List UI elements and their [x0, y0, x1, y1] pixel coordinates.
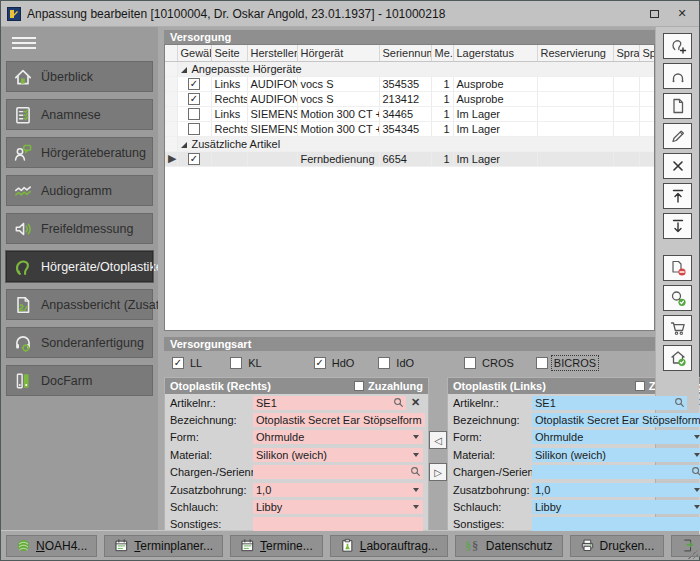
maximize-button[interactable]: [643, 5, 665, 23]
rechts-material-field[interactable]: Silikon (weich): [253, 448, 423, 462]
search-magnifier-icon[interactable]: [410, 466, 421, 479]
table-row[interactable]: ▶ ✓ Fernbedienung 6654 1 Im Lager: [165, 151, 655, 166]
cart-icon: [669, 319, 687, 337]
dropdown-arrow-icon[interactable]: [410, 500, 422, 514]
rechts-chargennr-field[interactable]: [253, 465, 423, 479]
row-selected-checkbox[interactable]: [188, 123, 200, 135]
dropdown-arrow-icon[interactable]: [410, 483, 422, 497]
sidebar-item-ueberblick[interactable]: Überblick: [6, 61, 153, 92]
table-row[interactable]: Rechts SIEMENS Motion 300 CT + 118... 35…: [165, 121, 655, 136]
links-zusatzbohrung-field[interactable]: 1,0: [532, 483, 700, 497]
dropdown-arrow-icon[interactable]: [691, 500, 700, 514]
dropdown-arrow-icon[interactable]: [410, 430, 422, 444]
edit-button[interactable]: [663, 123, 692, 149]
sidebar-item-docfarm[interactable]: DocFarm: [6, 365, 153, 396]
row-selected-checkbox[interactable]: [188, 108, 200, 120]
versorgungsart-kl-checkbox[interactable]: KL: [230, 356, 263, 370]
group-row[interactable]: Zusätzliche Artikel: [165, 136, 655, 151]
laborauftrag-button[interactable]: Laborauftrag...: [330, 535, 448, 557]
sidebar-item-sonderanfertigung[interactable]: Sonderanfertigung: [6, 327, 153, 358]
links-material-field[interactable]: Silikon (weich): [532, 448, 700, 462]
column-header-5[interactable]: Seriennum...: [379, 45, 431, 61]
dropdown-arrow-icon[interactable]: [691, 430, 700, 444]
links-bezeichnung-field[interactable]: Otoplastik Secret Ear Stöpselform: [532, 413, 700, 427]
termine-button[interactable]: Termine...: [230, 535, 323, 557]
sidebar-item-anamnese[interactable]: Anamnese: [6, 99, 153, 130]
search-magnifier-icon[interactable]: [674, 397, 685, 410]
sidebar-item-hoergeraeteberatung[interactable]: Hörgeräteberatung: [6, 137, 153, 168]
checkbox-box: [536, 357, 548, 369]
search-confirm-button[interactable]: [663, 285, 692, 311]
group-row[interactable]: Angepasste Hörgeräte: [165, 61, 655, 76]
close-button[interactable]: ✕: [671, 5, 693, 23]
drucken-button[interactable]: Drucken...: [570, 535, 665, 557]
menu-toggle-button[interactable]: [12, 33, 46, 53]
column-header-10[interactable]: Spra...: [639, 45, 655, 61]
new-document-button[interactable]: [663, 93, 692, 119]
column-header-6[interactable]: Me...: [431, 45, 453, 61]
delete-button[interactable]: [663, 153, 692, 179]
hearing-aids-button[interactable]: [663, 63, 692, 89]
move-up-button[interactable]: [663, 183, 692, 209]
column-header-9[interactable]: Spra...: [613, 45, 639, 61]
remove-document-button[interactable]: [663, 255, 692, 281]
table-row[interactable]: ✓ Rechts AUDIFON vocs S 213412 1 Ausprob…: [165, 91, 655, 106]
noah-button[interactable]: NOAH4...: [6, 535, 97, 557]
rechts-schlauch-field[interactable]: Libby: [253, 500, 423, 514]
rechts-zusatzbohrung-field[interactable]: 1,0: [253, 483, 423, 497]
resize-grip[interactable]: [688, 549, 698, 559]
links-artikelnr-field[interactable]: SE1: [532, 396, 687, 410]
move-down-button[interactable]: [663, 213, 692, 239]
links-schlauch-field[interactable]: Libby: [532, 500, 700, 514]
copy-to-links-button[interactable]: ▷: [429, 463, 447, 481]
column-header-7[interactable]: Lagerstatus: [453, 45, 537, 61]
rechts-zuzahlung-checkbox[interactable]: Zuzahlung: [354, 380, 423, 392]
search-magnifier-icon[interactable]: [691, 466, 700, 479]
column-header-8[interactable]: Reservierung: [537, 45, 613, 61]
column-header-4[interactable]: Hörgerät: [297, 45, 379, 61]
terminplaner-button[interactable]: Terminplaner...: [104, 535, 223, 557]
links-sonstiges-field[interactable]: [532, 517, 700, 531]
column-header-0[interactable]: [165, 45, 177, 61]
column-header-2[interactable]: Seite: [211, 45, 247, 61]
versorgungsart-ll-checkbox[interactable]: ✓ LL: [172, 356, 204, 370]
rechts-form-field[interactable]: Ohrmulde: [253, 430, 423, 444]
versorgungsart-cros-checkbox[interactable]: CROS: [464, 356, 516, 370]
cart-button[interactable]: [663, 315, 692, 341]
rechts-bezeichnung-field[interactable]: Otoplastik Secret Ear Stöpselform: [253, 413, 425, 427]
bottom-button-bar: NOAH4... Terminplaner... Termine... Labo…: [1, 530, 699, 560]
dropdown-arrow-icon[interactable]: [691, 448, 700, 462]
rechts-artikelnr-clear-button[interactable]: ✕: [408, 396, 423, 410]
row-selected-checkbox[interactable]: ✓: [188, 153, 200, 165]
versorgungsart-ido-checkbox[interactable]: IdO: [378, 356, 416, 370]
collapse-triangle-icon[interactable]: [181, 142, 187, 148]
add-hearing-aid-button[interactable]: [663, 33, 692, 59]
row-selected-checkbox[interactable]: ✓: [188, 78, 200, 90]
button-label: Terminplaner...: [134, 539, 213, 553]
versorgungsart-hdo-checkbox[interactable]: ✓ HdO: [314, 356, 357, 370]
links-chargennr-field[interactable]: [532, 465, 700, 479]
rechts-artikelnr-field[interactable]: SE1: [253, 396, 406, 410]
rechts-sonstiges-field[interactable]: [253, 517, 423, 531]
column-header-3[interactable]: Hersteller: [247, 45, 297, 61]
datenschutz-button[interactable]: §§ Datenschutz: [455, 535, 563, 557]
sidebar-item-label: Hörgeräte/Otoplastiken: [41, 260, 170, 274]
sidebar-item-freifeldmessung[interactable]: Freifeldmessung: [6, 213, 153, 244]
dropdown-arrow-icon[interactable]: [410, 448, 422, 462]
sidebar-item-anpassbericht[interactable]: Anpassbericht (Zusatz): [6, 289, 153, 320]
links-form-field[interactable]: Ohrmulde: [532, 430, 700, 444]
versorgungsart-bicros-checkbox[interactable]: BICROS: [536, 356, 598, 370]
row-selected-checkbox[interactable]: ✓: [188, 93, 200, 105]
search-magnifier-icon[interactable]: [393, 397, 404, 410]
sidebar-item-hoergeraete-otoplastiken[interactable]: Hörgeräte/Otoplastiken: [6, 251, 153, 282]
collapse-triangle-icon[interactable]: [181, 67, 187, 73]
copy-to-rechts-button[interactable]: ◁: [429, 431, 447, 449]
table-row[interactable]: Links SIEMENS Motion 300 CT + 118... 344…: [165, 106, 655, 121]
stock-confirm-button[interactable]: [663, 345, 692, 371]
table-row[interactable]: ✓ Links AUDIFON vocs S 354535 1 Ausprobe: [165, 76, 655, 91]
field-row: Schlauch: Libby: [448, 498, 700, 515]
column-header-1[interactable]: Gewählt: [177, 45, 211, 61]
sidebar-item-audiogramm[interactable]: Audiogramm: [6, 175, 153, 206]
dropdown-arrow-icon[interactable]: [691, 483, 700, 497]
sidebar-item-label: Sonderanfertigung: [41, 336, 144, 350]
